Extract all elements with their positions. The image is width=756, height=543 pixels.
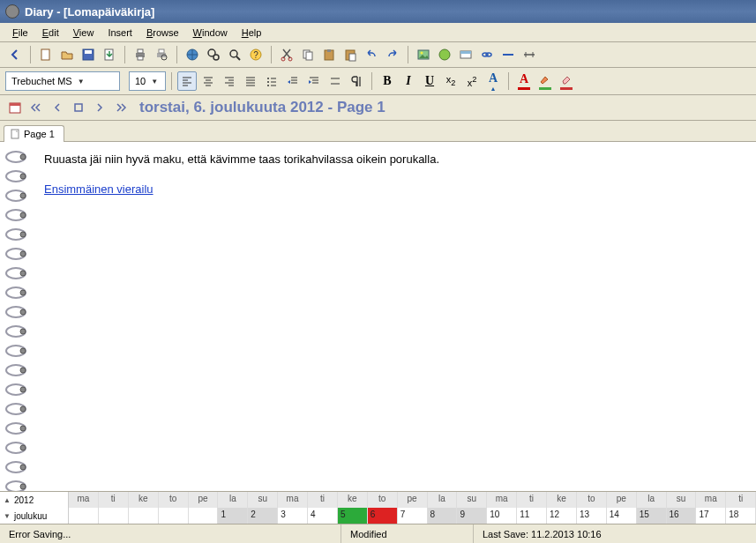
cal-day-cell[interactable]	[189, 508, 219, 524]
indent-button[interactable]	[304, 71, 324, 91]
nav-next-button[interactable]	[90, 98, 109, 117]
nav-today-button[interactable]	[69, 98, 88, 117]
font-style-button[interactable]: A▲	[483, 71, 503, 91]
year-selector[interactable]: ▲2012	[0, 492, 69, 508]
cal-day-cell[interactable]: 8	[428, 508, 458, 524]
image-button[interactable]	[414, 45, 433, 64]
paragraph-button[interactable]	[347, 71, 366, 91]
align-justify-button[interactable]	[241, 71, 260, 91]
cal-day-cell[interactable]	[69, 508, 99, 524]
tabstrip: Page 1	[0, 121, 756, 142]
attachment-button[interactable]	[435, 45, 454, 64]
nav-calendar-button[interactable]	[5, 98, 25, 117]
cal-day-cell[interactable]: 15	[637, 508, 667, 524]
svg-point-79	[20, 232, 26, 237]
cal-day-cell[interactable]: 13	[577, 508, 607, 524]
cal-day-cell[interactable]	[99, 508, 129, 524]
new-entry-button[interactable]	[36, 45, 56, 64]
back-arrow-button[interactable]	[5, 45, 25, 64]
svg-rect-20	[306, 52, 312, 60]
cal-day-cell[interactable]: 4	[308, 508, 338, 524]
cut-button[interactable]	[277, 45, 296, 64]
nav-last-button[interactable]	[111, 98, 131, 117]
menu-help[interactable]: Help	[235, 26, 269, 40]
open-button[interactable]	[57, 45, 77, 64]
bold-button[interactable]: B	[378, 71, 397, 91]
paste-button[interactable]	[319, 45, 339, 64]
save-button[interactable]	[79, 45, 98, 64]
print-button[interactable]	[131, 45, 150, 64]
cal-day-cell[interactable]: 5	[338, 508, 368, 524]
align-center-button[interactable]	[198, 71, 218, 91]
find-button[interactable]	[204, 45, 223, 64]
align-right-button[interactable]	[220, 71, 239, 91]
cal-day-cell[interactable]: 3	[278, 508, 308, 524]
paste-special-button[interactable]	[341, 45, 360, 64]
menu-window[interactable]: Window	[186, 26, 235, 40]
cal-weekday-cell: su	[248, 492, 278, 508]
cal-days-row: ▼joulukuu 123456789101112131415161718	[0, 508, 756, 524]
month-selector[interactable]: ▼joulukuu	[0, 508, 69, 524]
menu-file[interactable]: File	[5, 26, 35, 40]
symbol-button[interactable]	[520, 45, 539, 64]
menu-insert[interactable]: Insert	[101, 26, 139, 40]
cal-day-cell[interactable]: 6	[368, 508, 398, 524]
hr-button[interactable]	[498, 45, 518, 64]
menu-edit[interactable]: Edit	[35, 26, 66, 40]
search-button[interactable]	[225, 45, 244, 64]
cal-weekday-cell: ma	[69, 492, 99, 508]
tab-page1[interactable]: Page 1	[4, 125, 64, 142]
editor-area[interactable]: Ruuasta jäi niin hyvä maku, että kävimme…	[0, 142, 756, 491]
erase-format-button[interactable]	[557, 71, 576, 91]
font-name-combo[interactable]: Trebuchet MS ▼	[5, 71, 120, 91]
svg-rect-24	[349, 54, 356, 61]
bullet-list-button[interactable]	[262, 71, 281, 91]
cal-day-cell[interactable]: 11	[517, 508, 547, 524]
print-preview-button[interactable]	[152, 45, 171, 64]
line-spacing-button[interactable]	[326, 71, 345, 91]
cal-day-cell[interactable]: 9	[457, 508, 487, 524]
menu-browse[interactable]: Browse	[139, 26, 186, 40]
svg-point-105	[20, 484, 26, 489]
align-left-button[interactable]	[177, 71, 197, 91]
cal-day-cell[interactable]: 14	[607, 508, 637, 524]
font-size-combo[interactable]: 10 ▼	[129, 71, 166, 91]
globe-button[interactable]	[183, 45, 202, 64]
insert-object-button[interactable]	[456, 45, 475, 64]
cal-weekday-cell: ma	[696, 492, 726, 508]
link-button[interactable]	[477, 45, 497, 64]
cal-day-cell[interactable]: 17	[696, 508, 726, 524]
cal-day-cell[interactable]	[129, 508, 159, 524]
outdent-button[interactable]	[283, 71, 303, 91]
cal-day-cell[interactable]: 16	[667, 508, 697, 524]
highlight-button[interactable]	[535, 71, 555, 91]
nav-first-button[interactable]	[26, 98, 46, 117]
redo-button[interactable]	[383, 45, 402, 64]
entry-link[interactable]: Ensimmäinen vierailu	[44, 182, 153, 196]
undo-button[interactable]	[362, 45, 381, 64]
binder-ring	[4, 362, 28, 378]
svg-point-75	[20, 193, 26, 198]
cal-day-cell[interactable]: 18	[726, 508, 756, 524]
superscript-button[interactable]: x2	[462, 71, 482, 91]
cal-day-cell[interactable]	[159, 508, 189, 524]
svg-point-101	[20, 445, 26, 450]
svg-point-53	[267, 81, 269, 83]
font-color-button[interactable]: A	[514, 71, 534, 91]
copy-button[interactable]	[298, 45, 318, 64]
cal-weekday-cell: ma	[278, 492, 308, 508]
svg-rect-29	[460, 51, 471, 54]
cal-day-cell[interactable]: 7	[398, 508, 428, 524]
menu-view[interactable]: View	[66, 26, 101, 40]
help-button[interactable]: ?	[246, 45, 266, 64]
cal-day-cell[interactable]: 2	[248, 508, 278, 524]
cal-day-cell[interactable]: 12	[547, 508, 577, 524]
cal-day-cell[interactable]: 1	[218, 508, 248, 524]
underline-button[interactable]: U	[420, 71, 439, 91]
status-left: Error Saving...	[0, 524, 341, 543]
nav-prev-button[interactable]	[48, 98, 67, 117]
cal-day-cell[interactable]: 10	[487, 508, 517, 524]
italic-button[interactable]: I	[399, 71, 418, 91]
subscript-button[interactable]: x2	[441, 71, 460, 91]
export-button[interactable]	[100, 45, 119, 64]
